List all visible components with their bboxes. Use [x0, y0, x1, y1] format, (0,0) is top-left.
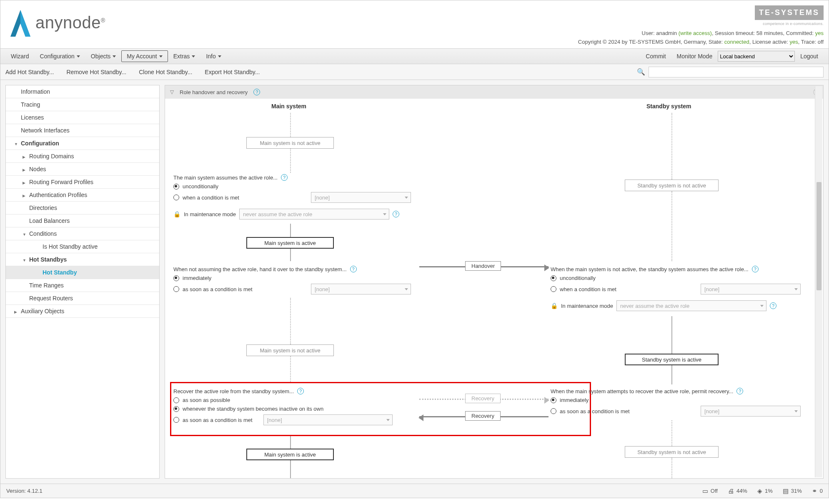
menu-wizard[interactable]: Wizard [5, 50, 35, 62]
box-standby-not-active-2: Standby system is not active [625, 446, 719, 458]
radio-handover-condition[interactable]: as soon as a condition is met [173, 286, 253, 292]
chevron-down-icon [23, 232, 27, 237]
sidebar-item-load-balancers[interactable]: Load Balancers [6, 215, 159, 227]
diagram: Main system Standby system Main system i… [165, 99, 823, 479]
sidebar-item-nodes[interactable]: Nodes [6, 163, 159, 176]
radio-standby-recover-condition[interactable]: as soon as a condition is met [551, 408, 630, 414]
toolbar-add-hot-standby[interactable]: Add Hot Standby... [5, 69, 54, 75]
chevron-down-icon [23, 257, 27, 262]
main-condition-select[interactable]: [none] [311, 192, 411, 203]
battery-icon: ▭ [702, 487, 708, 495]
radio-recover-inactive[interactable]: whenever the standby system becomes inac… [173, 406, 323, 412]
menu-logout[interactable]: Logout [795, 50, 824, 62]
recovery-label-solid: Recovery [465, 411, 501, 421]
chevron-down-icon [113, 55, 116, 57]
sidebar-item-routing-domains[interactable]: Routing Domains [6, 150, 159, 163]
sidebar-item-label: Request Routers [29, 295, 73, 302]
menu-my-account[interactable]: My Account [121, 50, 168, 62]
sidebar-item-auxiliary-objects[interactable]: Auxiliary Objects [6, 305, 159, 318]
sidebar-item-time-ranges[interactable]: Time Ranges [6, 279, 159, 292]
printer-icon: 🖨 [728, 487, 734, 494]
status-network: ⚭0 [812, 487, 823, 495]
sidebar-item-label: Nodes [29, 166, 46, 172]
radio-standby-recover-immediately[interactable]: immediately [551, 397, 589, 403]
network-icon: ⚭ [812, 487, 817, 495]
radio-recover-condition[interactable]: as soon as a condition is met [173, 417, 253, 423]
disk-icon: ▤ [783, 487, 789, 495]
recover-condition-select[interactable]: [none] [263, 414, 393, 425]
help-icon[interactable]: ? [770, 302, 776, 309]
menu-configuration[interactable]: Configuration [35, 50, 85, 62]
radio-standby-unconditionally[interactable]: unconditionally [551, 275, 596, 281]
standby-condition-select[interactable]: [none] [701, 284, 801, 294]
sidebar-item-directories[interactable]: Directories [6, 202, 159, 215]
radio-handover-immediately[interactable]: immediately [173, 275, 211, 281]
handover-condition-select[interactable]: [none] [311, 284, 411, 294]
status-printer: 🖨44% [728, 487, 747, 494]
help-icon[interactable]: ? [281, 174, 288, 181]
backend-select[interactable]: Local backend [718, 51, 795, 62]
sidebar-item-label: Information [21, 88, 50, 95]
menu-commit[interactable]: Commit [640, 50, 671, 62]
sidebar-item-label: Load Balancers [29, 217, 70, 224]
sidebar-item-label: Routing Domains [29, 153, 74, 160]
standby-assume-block: When the main system is not active, the … [551, 263, 801, 314]
collapse-icon[interactable]: ▽ [170, 89, 174, 95]
sidebar-item-label: Conditions [29, 230, 57, 237]
sidebar-item-authentication-profiles[interactable]: Authentication Profiles [6, 189, 159, 202]
help-icon[interactable]: ? [736, 388, 743, 394]
chevron-right-icon [23, 154, 27, 159]
box-main-active-2: Main system is active [246, 449, 334, 460]
main-maintenance-select[interactable]: never assume the active role [239, 209, 389, 220]
help-icon[interactable]: ? [253, 89, 260, 95]
main-assume-block: The main system assumes the active role.… [173, 172, 411, 222]
menu-objects[interactable]: Objects [85, 50, 121, 62]
help-icon[interactable]: ? [393, 211, 399, 217]
standby-maintenance-select[interactable]: never assume the active role [616, 300, 766, 311]
main-recover-block: Recover the active role from the standby… [173, 385, 586, 428]
sidebar-item-label: Is Hot Standby active [43, 243, 98, 250]
chevron-right-icon [23, 180, 27, 185]
sidebar-item-label: Licenses [21, 114, 44, 121]
sidebar-item-information[interactable]: Information [6, 85, 159, 98]
status-bar: Version: 4.12.1 ▭Off 🖨44% ◈1% ▤31% ⚭0 [0, 484, 829, 498]
sidebar-tree: InformationTracingLicensesNetwork Interf… [5, 85, 160, 479]
box-standby-not-active-1: Standby system is not active [625, 180, 719, 191]
sidebar-item-routing-forward-profiles[interactable]: Routing Forward Profiles [6, 176, 159, 189]
sidebar-item-hot-standby[interactable]: Hot Standby [6, 266, 159, 279]
sidebar-item-hot-standbys[interactable]: Hot Standbys [6, 253, 159, 266]
sidebar-item-conditions[interactable]: Conditions [6, 227, 159, 240]
header-info: TE-SYSTEMS competence in e-communication… [578, 5, 824, 47]
sidebar-item-tracing[interactable]: Tracing [6, 98, 159, 111]
menu-monitor-mode[interactable]: Monitor Mode [671, 50, 718, 62]
version-value: 4.12.1 [28, 488, 43, 494]
help-icon[interactable]: ? [297, 388, 304, 394]
menu-extras[interactable]: Extras [168, 50, 201, 62]
search-input[interactable] [649, 67, 824, 77]
toolbar-export-hot-standby[interactable]: Export Hot Standby... [205, 69, 260, 75]
scrollbar-vertical[interactable] [815, 86, 822, 477]
toolbar-clone-hot-standby[interactable]: Clone Hot Standby... [139, 69, 192, 75]
sidebar-item-label: Directories [29, 205, 57, 211]
sidebar-item-licenses[interactable]: Licenses [6, 111, 159, 124]
chevron-down-icon [14, 141, 18, 146]
standby-recover-condition-select[interactable]: [none] [701, 406, 801, 417]
radio-recover-asap[interactable]: as soon as possible [173, 397, 230, 403]
toolbar-remove-hot-standby[interactable]: Remove Hot Standby... [66, 69, 126, 75]
sidebar-item-label: Authentication Profiles [29, 192, 87, 198]
chevron-down-icon [77, 55, 80, 57]
menu-info[interactable]: Info [200, 50, 226, 62]
sidebar-item-request-routers[interactable]: Request Routers [6, 292, 159, 305]
sidebar-item-label: Auxiliary Objects [21, 308, 64, 314]
radio-main-unconditionally[interactable]: unconditionally [173, 183, 218, 190]
radio-main-condition[interactable]: when a condition is met [173, 195, 239, 201]
content-panel: ▽ Role handover and recovery ? ⃠ Main sy… [165, 85, 824, 479]
radio-standby-condition[interactable]: when a condition is met [551, 286, 616, 292]
help-icon[interactable]: ? [350, 266, 357, 272]
help-icon[interactable]: ? [752, 266, 759, 272]
box-main-active-1: Main system is active [246, 237, 334, 249]
sidebar-item-configuration[interactable]: Configuration [6, 137, 159, 150]
chevron-down-icon [192, 55, 195, 57]
sidebar-item-network-interfaces[interactable]: Network Interfaces [6, 124, 159, 137]
sidebar-item-is-hot-standby-active[interactable]: Is Hot Standby active [6, 240, 159, 253]
